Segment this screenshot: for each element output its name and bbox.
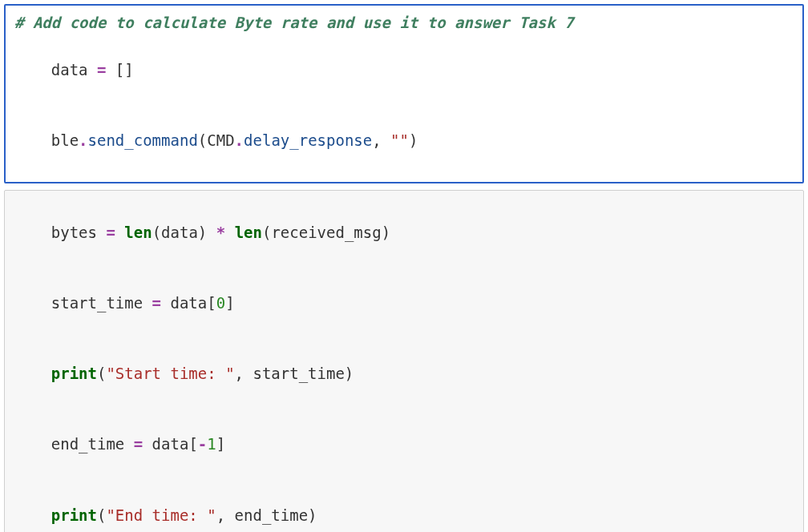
len: len [124, 224, 152, 241]
eq: = [97, 224, 124, 241]
empty-string: "" [390, 131, 409, 149]
cmd: CMD [207, 131, 234, 149]
paren-close: ) [409, 131, 418, 149]
send-command: send_command [88, 131, 198, 149]
comma: , [372, 131, 390, 149]
code-cell-2[interactable]: bytes = len(data) * len(received_msg) st… [4, 190, 804, 532]
num-0: 0 [216, 294, 225, 312]
ble: ble [51, 131, 79, 149]
code-cell-1[interactable]: # Add code to calculate Byte rate and us… [4, 4, 804, 183]
var-bytes: bytes [51, 224, 97, 241]
empty-list: [] [115, 61, 134, 79]
mul: * [207, 224, 234, 241]
num-1: 1 [207, 435, 216, 453]
paren-open: ( [198, 131, 207, 149]
comment: # Add code to calculate Byte rate and us… [14, 14, 574, 31]
assign: = [88, 61, 115, 79]
print: print [51, 506, 97, 524]
dot: . [235, 131, 244, 149]
var-data: data [51, 61, 88, 79]
dot: . [79, 131, 87, 149]
len: len [235, 224, 262, 241]
print: print [51, 365, 97, 382]
delay-response: delay_response [244, 131, 372, 149]
